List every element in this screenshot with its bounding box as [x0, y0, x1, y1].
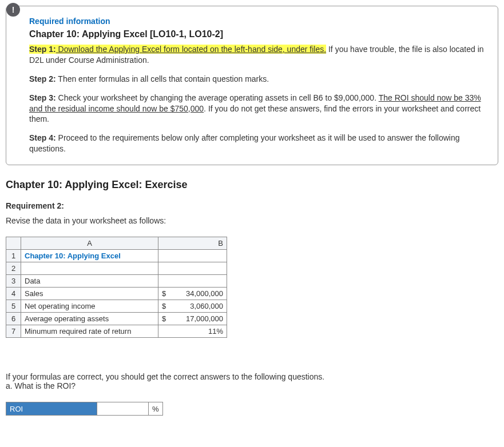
table-row: 3 Data — [6, 275, 227, 288]
cell-a3: Data — [21, 275, 158, 288]
required-info-heading: Required information — [29, 17, 484, 26]
followup-line-1: If your formulas are correct, you should… — [6, 372, 498, 381]
step-2: Step 2: Then enter formulas in all cells… — [29, 74, 484, 85]
chapter-heading: Chapter 10: Applying Excel [LO10-1, LO10… — [29, 29, 484, 39]
table-header-row: A B — [6, 237, 227, 250]
row-number: 4 — [6, 288, 21, 300]
cell-b5: $3,060,000 — [158, 300, 227, 313]
roi-unit: % — [149, 402, 163, 416]
col-b-header: B — [158, 237, 227, 250]
cell-b1 — [158, 250, 227, 262]
roi-answer-row: ROI % — [6, 402, 498, 416]
cell-b7: 11% — [158, 325, 227, 338]
table-row: 2 — [6, 262, 227, 275]
table-row: 7 Minumum required rate of return 11% — [6, 325, 227, 338]
cell-b2 — [158, 262, 227, 275]
step-4-text: Proceed to the requirements below only a… — [29, 133, 460, 153]
requirement-label: Requirement 2: — [6, 201, 498, 210]
cell-a4: Sales — [21, 288, 158, 300]
row-number: 7 — [6, 325, 21, 338]
exercise-title: Chapter 10: Applying Excel: Exercise — [6, 179, 498, 191]
worksheet-table: A B 1 Chapter 10: Applying Excel 2 3 Dat… — [6, 237, 227, 338]
step-3: Step 3: Check your worksheet by changing… — [29, 93, 484, 125]
revise-instruction: Revise the data in your worksheet as fol… — [6, 216, 498, 225]
cell-b4: $34,000,000 — [158, 288, 227, 300]
table-row: 5 Net operating income $3,060,000 — [6, 300, 227, 313]
step-1-highlight: Download the Applying Excel form located… — [56, 45, 326, 54]
col-a-header: A — [21, 237, 158, 250]
info-badge-icon: ! — [6, 3, 20, 17]
cell-a6: Average operating assets — [21, 313, 158, 325]
required-info-box: ! Required information Chapter 10: Apply… — [6, 6, 498, 165]
corner-cell — [6, 237, 21, 250]
step-2-text: Then enter formulas in all cells that co… — [56, 74, 269, 83]
step-1: Step 1: Download the Applying Excel form… — [29, 44, 484, 66]
row-number: 3 — [6, 275, 21, 288]
cell-b6: $17,000,000 — [158, 313, 227, 325]
followup-line-2: a. What is the ROI? — [6, 381, 498, 390]
table-row: 1 Chapter 10: Applying Excel — [6, 250, 227, 262]
cell-a2 — [21, 262, 158, 275]
step-4-label: Step 4: — [29, 133, 56, 142]
cell-a5: Net operating income — [21, 300, 158, 313]
cell-b3 — [158, 275, 227, 288]
row-number: 5 — [6, 300, 21, 313]
step-4: Step 4: Proceed to the requirements belo… — [29, 133, 484, 154]
step-3-label: Step 3: — [29, 93, 56, 102]
step-3-pre: Check your worksheet by changing the ave… — [56, 93, 379, 102]
row-number: 2 — [6, 262, 21, 275]
roi-label: ROI — [6, 402, 97, 416]
row-number: 1 — [6, 250, 21, 262]
cell-a7: Minumum required rate of return — [21, 325, 158, 338]
followup-block: If your formulas are correct, you should… — [6, 372, 498, 390]
roi-input[interactable] — [97, 402, 149, 416]
row-number: 6 — [6, 313, 21, 325]
table-row: 4 Sales $34,000,000 — [6, 288, 227, 300]
step-2-label: Step 2: — [29, 74, 56, 83]
table-row: 6 Average operating assets $17,000,000 — [6, 313, 227, 325]
cell-a1: Chapter 10: Applying Excel — [21, 250, 158, 262]
step-1-label: Step 1: — [29, 45, 56, 54]
